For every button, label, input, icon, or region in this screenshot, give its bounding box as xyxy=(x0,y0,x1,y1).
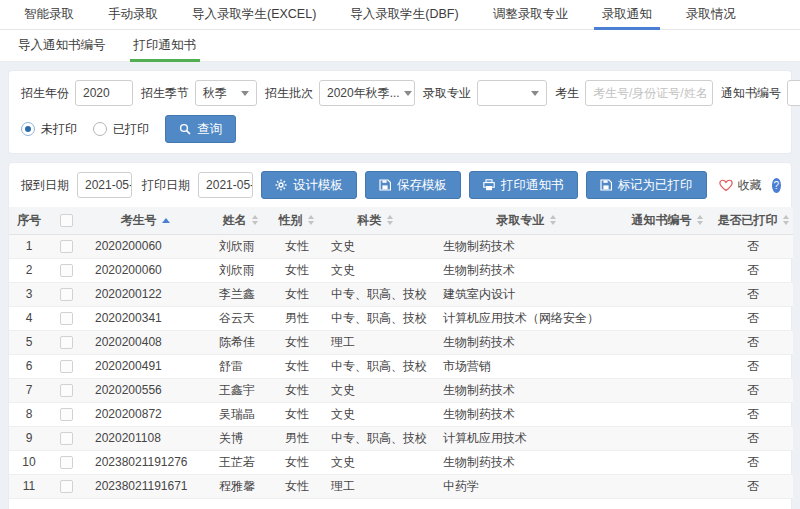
major-select[interactable] xyxy=(477,80,547,106)
row-checkbox-cell xyxy=(49,258,83,282)
subtab-print-notice[interactable]: 打印通知书 xyxy=(134,30,197,61)
name-cell: 程雅馨 xyxy=(207,474,273,498)
report-date-input[interactable]: 2021-05-27 xyxy=(77,172,132,198)
table-row: 72020200556王鑫宇女性文史生物制药技术否 xyxy=(9,378,793,402)
row-checkbox-cell xyxy=(49,474,83,498)
tab-adjust-major[interactable]: 调整录取专业 xyxy=(493,0,568,29)
print-notice-button[interactable]: 打印通知书 xyxy=(469,171,578,199)
query-button[interactable]: 查询 xyxy=(165,115,236,143)
category-cell: 理工 xyxy=(319,330,431,354)
category-cell: 文史 xyxy=(319,450,431,474)
save-template-button[interactable]: 保存模板 xyxy=(365,171,461,199)
category-cell: 文史 xyxy=(319,378,431,402)
col-candidate-no[interactable]: 考生号 xyxy=(83,207,207,234)
tab-import-students-excel[interactable]: 导入录取学生(EXCEL) xyxy=(192,0,316,29)
season-select[interactable]: 秋季 xyxy=(195,80,257,106)
row-checkbox[interactable] xyxy=(60,336,73,349)
notice-no-cell xyxy=(621,378,713,402)
sort-icon xyxy=(550,215,556,225)
row-checkbox[interactable] xyxy=(60,456,73,469)
year-input[interactable]: 2020 xyxy=(75,80,133,106)
name-cell: 吴瑞晶 xyxy=(207,402,273,426)
tab-smart-admission[interactable]: 智能录取 xyxy=(24,0,74,29)
row-checkbox[interactable] xyxy=(60,312,73,325)
col-gender[interactable]: 性别 xyxy=(273,207,319,234)
col-printed[interactable]: 是否已打印 xyxy=(713,207,793,234)
name-cell: 刘欣雨 xyxy=(207,258,273,282)
row-checkbox[interactable] xyxy=(60,360,73,373)
chevron-down-icon xyxy=(241,91,249,96)
batch-select[interactable]: 2020年秋季... xyxy=(319,80,415,106)
col-name[interactable]: 姓名 xyxy=(207,207,273,234)
tab-admission-status[interactable]: 录取情况 xyxy=(686,0,736,29)
row-checkbox[interactable] xyxy=(60,240,73,253)
tab-import-students-dbf[interactable]: 导入录取学生(DBF) xyxy=(350,0,458,29)
candidate-no-cell: 2020201108 xyxy=(83,426,207,450)
row-checkbox[interactable] xyxy=(60,432,73,445)
row-checkbox[interactable] xyxy=(60,480,73,493)
favorite-button[interactable]: 收藏 xyxy=(719,177,762,194)
row-checkbox[interactable] xyxy=(60,408,73,421)
batch-label: 招生批次 xyxy=(265,85,313,102)
print-date-input[interactable]: 2021-05-27 xyxy=(198,172,253,198)
printed-cell: 否 xyxy=(713,402,793,426)
table-row: 92020201108关博男性中专、职高、技校计算机应用技术否 xyxy=(9,426,793,450)
gender-cell: 女性 xyxy=(273,354,319,378)
notice-no-cell xyxy=(621,354,713,378)
row-index-cell: 9 xyxy=(9,426,49,450)
category-cell: 文史 xyxy=(319,234,431,258)
name-cell: 关博 xyxy=(207,426,273,450)
printed-cell: 否 xyxy=(713,378,793,402)
subtab-import-notice-number[interactable]: 导入通知书编号 xyxy=(18,30,106,61)
table-row: 22020200060刘欣雨女性文史生物制药技术否 xyxy=(9,258,793,282)
row-checkbox[interactable] xyxy=(60,288,73,301)
candidate-no-cell: 2020200491 xyxy=(83,354,207,378)
table-footer: 第 1 至 11 项结果，共 11 项 每页显示 12 项 上页 1 下页 xyxy=(9,499,791,509)
mark-printed-button[interactable]: 标记为已打印 xyxy=(586,171,707,199)
candidate-no-cell: 2020200122 xyxy=(83,282,207,306)
candidate-no-cell: 2020200341 xyxy=(83,306,207,330)
select-all-checkbox[interactable] xyxy=(60,214,73,227)
candidate-no-cell: 20238021191276 xyxy=(83,450,207,474)
name-cell: 李兰鑫 xyxy=(207,282,273,306)
row-checkbox-cell xyxy=(49,426,83,450)
row-checkbox-cell xyxy=(49,450,83,474)
sort-icon xyxy=(387,215,393,225)
name-cell: 陈希佳 xyxy=(207,330,273,354)
category-cell: 中专、职高、技校 xyxy=(319,306,431,330)
tab-manual-admission[interactable]: 手动录取 xyxy=(108,0,158,29)
radio-unprinted[interactable]: 未打印 xyxy=(21,121,77,138)
row-checkbox-cell xyxy=(49,330,83,354)
col-category[interactable]: 科类 xyxy=(319,207,431,234)
print-date-label: 打印日期 xyxy=(142,177,190,194)
printed-cell: 否 xyxy=(713,426,793,450)
category-cell: 理工 xyxy=(319,474,431,498)
radio-printed[interactable]: 已打印 xyxy=(93,121,149,138)
table-row: 1020238021191276王芷若女性文史生物制药技术否 xyxy=(9,450,793,474)
notice-number-input[interactable] xyxy=(787,80,800,106)
row-checkbox-cell xyxy=(49,234,83,258)
candidate-input[interactable]: 考生号/身份证号/姓名 xyxy=(585,80,713,106)
notice-no-cell xyxy=(621,330,713,354)
row-index-cell: 8 xyxy=(9,402,49,426)
row-checkbox-cell xyxy=(49,282,83,306)
row-checkbox[interactable] xyxy=(60,264,73,277)
design-template-button[interactable]: 设计模板 xyxy=(261,171,357,199)
row-index-cell: 6 xyxy=(9,354,49,378)
row-checkbox[interactable] xyxy=(60,384,73,397)
col-major[interactable]: 录取专业 xyxy=(431,207,621,234)
tab-admission-notice[interactable]: 录取通知 xyxy=(602,0,652,29)
printed-cell: 否 xyxy=(713,306,793,330)
gender-cell: 男性 xyxy=(273,426,319,450)
table-row: 52020200408陈希佳女性理工生物制药技术否 xyxy=(9,330,793,354)
row-index-cell: 4 xyxy=(9,306,49,330)
row-index-cell: 7 xyxy=(9,378,49,402)
printed-cell: 否 xyxy=(713,330,793,354)
radio-dot-selected-icon xyxy=(21,122,35,136)
help-icon[interactable]: ? xyxy=(772,178,781,193)
major-cell: 生物制药技术 xyxy=(431,378,621,402)
major-cell: 计算机应用技术 xyxy=(431,426,621,450)
row-index-cell: 3 xyxy=(9,282,49,306)
col-notice-no[interactable]: 通知书编号 xyxy=(621,207,713,234)
gender-cell: 女性 xyxy=(273,330,319,354)
